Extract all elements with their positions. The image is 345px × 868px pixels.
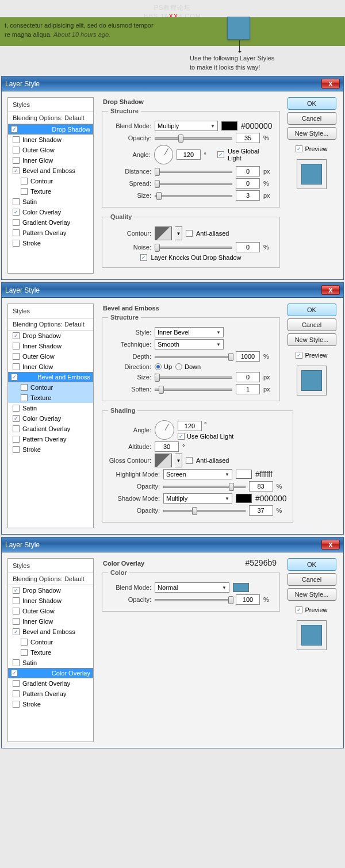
checkbox[interactable] [21, 188, 28, 195]
checkbox[interactable] [13, 659, 20, 666]
checkbox[interactable] [21, 394, 28, 401]
item-pattern-overlay[interactable]: Pattern Overlay [8, 228, 93, 238]
checkbox[interactable] [13, 332, 20, 339]
checkbox[interactable] [13, 240, 20, 247]
checkbox[interactable] [13, 680, 20, 687]
spread-input[interactable]: 0 [236, 178, 260, 189]
global-light-checkbox[interactable] [217, 151, 224, 158]
item-bevel[interactable]: Bevel and Emboss [8, 627, 93, 637]
item-inner-glow[interactable]: Inner Glow [8, 155, 93, 166]
anti-alias-checkbox[interactable] [186, 457, 193, 464]
item-texture[interactable]: Texture [8, 647, 93, 658]
checkbox[interactable] [13, 446, 20, 453]
checkbox[interactable] [13, 167, 20, 174]
depth-input[interactable]: 1000 [236, 351, 260, 362]
overlay-color-swatch[interactable] [233, 583, 249, 592]
item-contour[interactable]: Contour [8, 637, 93, 647]
item-satin[interactable]: Satin [8, 197, 93, 207]
checkbox[interactable] [13, 343, 20, 349]
opacity-slider[interactable] [155, 133, 232, 143]
blend-mode-select[interactable]: Normal▼ [155, 582, 229, 593]
checkbox[interactable] [13, 628, 20, 635]
gloss-contour-swatch[interactable] [155, 454, 172, 467]
checkbox[interactable] [13, 209, 20, 216]
soften-slider[interactable] [155, 385, 232, 394]
new-style-button[interactable]: New Style... [288, 588, 336, 601]
item-outer-glow[interactable]: Outer Glow [8, 351, 93, 362]
altitude-input[interactable]: 30 [155, 441, 179, 452]
highlight-mode-select[interactable]: Screen▼ [163, 469, 232, 479]
contour-swatch[interactable] [155, 226, 172, 240]
noise-slider[interactable] [155, 243, 232, 252]
blending-options[interactable]: Blending Options: Default [8, 318, 93, 331]
item-gradient-overlay[interactable]: Gradient Overlay [8, 678, 93, 689]
radio-down[interactable]: Down [175, 363, 201, 370]
cancel-button[interactable]: Cancel [288, 112, 336, 125]
anti-alias-checkbox[interactable] [186, 230, 193, 237]
opacity-input[interactable]: 100 [236, 594, 260, 605]
checkbox[interactable] [13, 136, 20, 143]
item-gradient-overlay[interactable]: Gradient Overlay [8, 217, 93, 228]
checkbox[interactable] [13, 618, 20, 625]
distance-input[interactable]: 0 [236, 166, 260, 176]
checkbox[interactable] [13, 229, 20, 236]
item-drop-shadow[interactable]: Drop Shadow [8, 331, 93, 341]
highlight-opacity-slider[interactable] [163, 482, 246, 491]
highlight-color-swatch[interactable] [236, 470, 252, 479]
item-texture[interactable]: Texture [8, 393, 93, 403]
close-button[interactable]: X [321, 79, 340, 89]
new-style-button[interactable]: New Style... [288, 127, 336, 140]
opacity-input[interactable]: 35 [236, 133, 260, 143]
shadow-color-swatch[interactable] [221, 121, 237, 130]
styles-header[interactable]: Styles [8, 304, 93, 318]
item-gradient-overlay[interactable]: Gradient Overlay [8, 424, 93, 434]
angle-input[interactable]: 120 [177, 149, 200, 160]
size-slider[interactable] [155, 372, 232, 382]
ok-button[interactable]: OK [288, 97, 336, 110]
item-color-overlay[interactable]: Color Overlay [8, 207, 93, 217]
new-style-button[interactable]: New Style... [288, 333, 336, 346]
knockout-checkbox[interactable] [140, 254, 147, 261]
shadow-color-swatch[interactable] [236, 494, 252, 503]
item-inner-shadow[interactable]: Inner Shadow [8, 341, 93, 351]
checkbox[interactable] [11, 670, 18, 677]
shadow-opacity-slider[interactable] [163, 506, 246, 515]
noise-input[interactable]: 0 [236, 242, 260, 252]
styles-header[interactable]: Styles [8, 98, 93, 112]
global-light-checkbox[interactable] [178, 433, 185, 440]
checkbox[interactable] [21, 649, 28, 656]
cancel-button[interactable]: Cancel [288, 318, 336, 331]
ok-button[interactable]: OK [288, 304, 336, 316]
checkbox[interactable] [13, 597, 20, 604]
checkbox[interactable] [11, 374, 18, 381]
item-pattern-overlay[interactable]: Pattern Overlay [8, 689, 93, 699]
item-inner-shadow[interactable]: Inner Shadow [8, 135, 93, 145]
checkbox[interactable] [13, 436, 20, 443]
preview-checkbox[interactable] [296, 606, 302, 613]
checkbox[interactable] [13, 198, 20, 205]
checkbox[interactable] [13, 157, 20, 164]
checkbox[interactable] [21, 384, 28, 391]
item-inner-glow[interactable]: Inner Glow [8, 362, 93, 372]
checkbox[interactable] [13, 147, 20, 153]
shadow-opacity-input[interactable]: 37 [249, 505, 273, 516]
cancel-button[interactable]: Cancel [288, 573, 336, 586]
item-outer-glow[interactable]: Outer Glow [8, 145, 93, 155]
item-stroke[interactable]: Stroke [8, 238, 93, 248]
titlebar[interactable]: Layer Style X [2, 283, 343, 298]
checkbox[interactable] [13, 405, 20, 412]
checkbox[interactable] [13, 363, 20, 370]
size-input[interactable]: 0 [236, 372, 260, 382]
titlebar[interactable]: Layer Style X [2, 76, 343, 91]
style-select[interactable]: Inner Bevel▼ [155, 327, 224, 337]
item-stroke[interactable]: Stroke [8, 444, 93, 455]
item-outer-glow[interactable]: Outer Glow [8, 606, 93, 616]
distance-slider[interactable] [155, 167, 232, 176]
close-button[interactable]: X [321, 285, 340, 295]
item-inner-shadow[interactable]: Inner Shadow [8, 596, 93, 606]
item-drop-shadow[interactable]: Drop Shadow [8, 585, 93, 596]
size-slider[interactable] [155, 191, 232, 200]
depth-slider[interactable] [155, 352, 232, 361]
soften-input[interactable]: 1 [236, 384, 260, 394]
item-color-overlay[interactable]: Color Overlay [8, 413, 93, 424]
